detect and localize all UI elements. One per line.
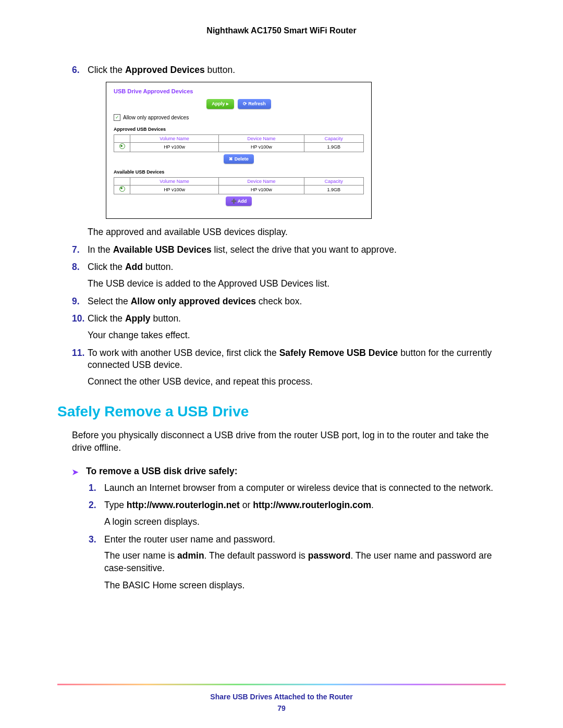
t: The BASIC Home screen displays.: [104, 579, 506, 592]
approved-table: Volume Name Device Name Capacity HP v100…: [114, 134, 364, 152]
row-radio[interactable]: [119, 186, 125, 192]
col-cap: Capacity: [304, 135, 363, 143]
cell: 1.9GB: [304, 185, 363, 194]
step-num: 11.: [72, 347, 84, 360]
t: The user name is: [104, 550, 177, 561]
step-num: 10.: [72, 313, 84, 325]
t: Type: [104, 500, 127, 510]
step-6: 6. Click the Approved Devices button. US…: [72, 64, 506, 239]
col-dev: Device Name: [219, 135, 304, 143]
t: button.: [205, 65, 235, 75]
table-row[interactable]: HP v100w HP v100w 1.9GB: [114, 143, 364, 152]
cell: 1.9GB: [304, 143, 363, 152]
t: Select the: [88, 296, 131, 306]
t: Click the: [88, 65, 125, 75]
t: Enter the router user name and password.: [104, 534, 275, 545]
t: The approved and available USB devices d…: [88, 226, 506, 239]
triangle-icon: ➤: [72, 468, 79, 476]
t: To work with another USB device, first c…: [88, 348, 279, 358]
t: list, select the drive that you want to …: [212, 244, 397, 255]
step-10: 10. Click the Apply button. Your change …: [72, 313, 506, 341]
refresh-button[interactable]: ⟳ Refresh: [238, 99, 271, 108]
page-header: Nighthawk AC1750 Smart WiFi Router: [57, 26, 506, 35]
cell: HP v100w: [219, 143, 304, 152]
t: Add: [125, 262, 143, 272]
step-b2: 2. Type http://www.routerlogin.net or ht…: [89, 499, 506, 528]
step-list-b: 1. Launch an Internet browser from a com…: [57, 482, 506, 592]
step-num: 2.: [89, 499, 96, 512]
cell: HP v100w: [219, 185, 304, 194]
approved-header: Approved USB Devices: [114, 126, 364, 132]
delete-button[interactable]: ✖ Delete: [224, 154, 254, 164]
t: button.: [143, 262, 173, 272]
step-num: 7.: [72, 244, 80, 256]
cell: HP v100w: [130, 143, 219, 152]
t: Approved Devices: [125, 65, 205, 75]
step-b3: 3. Enter the router user name and passwo…: [89, 534, 506, 593]
table-row[interactable]: HP v100w HP v100w 1.9GB: [114, 185, 364, 194]
checkbox-label: Allow only approved devices: [123, 114, 189, 121]
t: .: [371, 500, 374, 510]
section-heading: Safely Remove a USB Drive: [57, 403, 506, 420]
approved-devices-panel: USB Drive Approved Devices Apply ▸ ⟳ Ref…: [106, 82, 372, 219]
step-list-a: 6. Click the Approved Devices button. US…: [57, 64, 506, 388]
t: http://www.routerlogin.net: [127, 500, 240, 510]
section-intro: Before you physically disconnect a USB d…: [72, 429, 506, 454]
footer-rule: [57, 684, 506, 685]
step-num: 6.: [72, 64, 80, 77]
step-7: 7. In the Available USB Devices list, se…: [72, 244, 506, 256]
step-9: 9. Select the Allow only approved device…: [72, 295, 506, 308]
available-table: Volume Name Device Name Capacity HP v100…: [114, 177, 364, 194]
t: The USB device is added to the Approved …: [88, 278, 506, 290]
apply-button[interactable]: Apply ▸: [206, 99, 234, 108]
row-radio[interactable]: [119, 143, 125, 149]
t: http://www.routerlogin.com: [253, 500, 371, 510]
panel-title: USB Drive Approved Devices: [114, 88, 364, 95]
t: Launch an Internet browser from a comput…: [104, 483, 493, 493]
t: check box.: [256, 296, 302, 306]
t: Apply: [125, 313, 151, 324]
step-num: 8.: [72, 261, 80, 274]
t: password: [308, 550, 351, 561]
t: Safely Remove USB Device: [279, 348, 398, 358]
page-footer: Share USB Drives Attached to the Router …: [57, 684, 506, 712]
t: button.: [151, 313, 181, 324]
step-num: 3.: [89, 534, 96, 546]
allow-only-approved-checkbox[interactable]: ✓: [114, 114, 120, 121]
t: Connect the other USB device, and repeat…: [88, 376, 506, 388]
footer-chapter: Share USB Drives Attached to the Router: [57, 693, 506, 701]
t: Click the: [88, 313, 125, 324]
t: Available USB Devices: [113, 244, 212, 255]
step-8: 8. Click the Add button. The USB device …: [72, 261, 506, 290]
available-header: Available USB Devices: [114, 169, 364, 175]
col-vol: Volume Name: [130, 135, 219, 143]
t: or: [240, 500, 253, 510]
t: admin: [177, 550, 204, 561]
step-num: 1.: [89, 482, 96, 495]
t: Click the: [88, 262, 125, 272]
procedure-heading: ➤ To remove a USB disk drive safely:: [72, 466, 506, 477]
t: To remove a USB disk drive safely:: [86, 466, 238, 477]
t: Allow only approved devices: [131, 296, 256, 306]
step-b1: 1. Launch an Internet browser from a com…: [89, 482, 506, 495]
step-num: 9.: [72, 295, 80, 308]
footer-page-number: 79: [57, 704, 506, 712]
cell: HP v100w: [130, 185, 219, 194]
col-cap: Capacity: [304, 177, 363, 185]
col-vol: Volume Name: [130, 177, 219, 185]
t: A login screen displays.: [104, 516, 506, 528]
t: Your change takes effect.: [88, 329, 506, 342]
add-button[interactable]: ➕ Add: [226, 196, 252, 206]
col-dev: Device Name: [219, 177, 304, 185]
step-11: 11. To work with another USB device, fir…: [72, 347, 506, 388]
t: . The default password is: [204, 550, 308, 561]
t: In the: [88, 244, 113, 255]
